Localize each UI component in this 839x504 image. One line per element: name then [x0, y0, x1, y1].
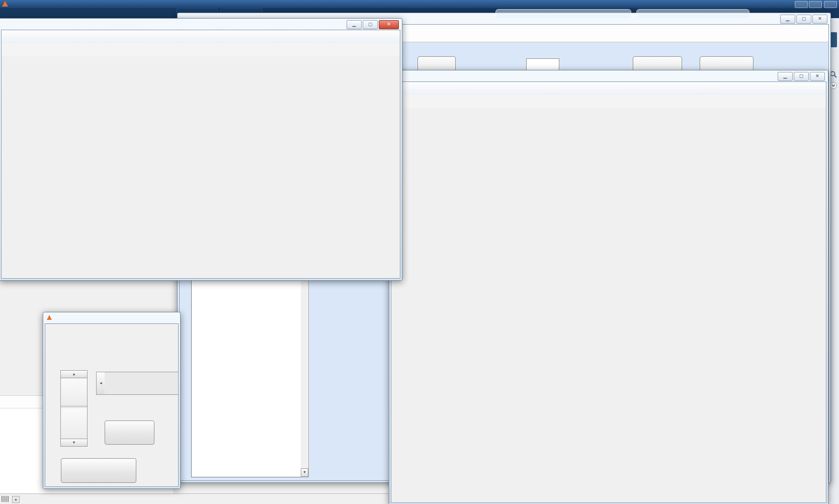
interferogram-image [423, 135, 776, 486]
figure3-window: ▁ ▢ ✕ [389, 70, 828, 504]
main-maximize-button[interactable] [809, 1, 822, 8]
gui-maximize-button[interactable]: ▢ [796, 15, 811, 24]
status-bars-icon[interactable] [2, 496, 9, 502]
listbox[interactable] [191, 259, 302, 477]
y-slider-track-lower[interactable] [61, 407, 87, 439]
scrollbar-down-icon[interactable]: ▼ [301, 468, 308, 477]
figure2-close-button[interactable]: ✕ [379, 20, 399, 29]
slider-titlebar[interactable] [43, 312, 180, 323]
figure2-maximize-button[interactable]: ▢ [363, 20, 378, 29]
slider-client: ▲ ▼ ◄ [45, 323, 179, 487]
figure2-titlebar[interactable]: ▁ ▢ ✕ [0, 19, 402, 30]
x-slider[interactable]: ◄ [96, 372, 179, 395]
gui-minimize-button[interactable]: ▁ [780, 15, 795, 24]
x-slider-track[interactable] [105, 372, 179, 395]
matlab-logo-icon [2, 1, 8, 7]
line-scan-and-fitting-plots [2, 56, 400, 278]
figure3-menubar [391, 82, 826, 96]
main-minimize-button[interactable] [795, 1, 808, 8]
figure3-titlebar[interactable]: ▁ ▢ ✕ [389, 70, 828, 81]
matlab-desktop: ▲ ▁ ▢ ✕ [0, 0, 839, 504]
figure2-window: ▁ ▢ ✕ [0, 18, 402, 281]
slider-up-icon[interactable]: ▲ [61, 371, 87, 378]
y-slider-track-upper[interactable] [61, 378, 87, 406]
auto-linescan-button[interactable] [61, 458, 136, 483]
gui-close-button[interactable]: ✕ [812, 15, 827, 24]
figure2-minimize-button[interactable]: ▁ [347, 20, 362, 29]
matlab-figure-icon [47, 315, 52, 320]
figure3-client [391, 81, 826, 503]
main-titlebar [0, 0, 839, 8]
listbox-scrollbar[interactable]: ▼ [301, 259, 309, 477]
figure2-menubar [2, 30, 400, 44]
y-slider[interactable]: ▲ ▼ [60, 370, 88, 447]
figure2-client [1, 30, 400, 279]
figure3-minimize-button[interactable]: ▁ [778, 72, 793, 81]
interval-grenze-button[interactable] [105, 421, 154, 445]
figure2-toolbar [2, 43, 400, 57]
figure3-axes-area [391, 108, 826, 502]
slider-window: ▲ ▼ ◄ [43, 312, 181, 489]
status-expand-icon[interactable]: ▲ [12, 496, 20, 503]
figure3-maximize-button[interactable]: ▢ [794, 72, 809, 81]
figure3-close-button[interactable]: ✕ [810, 72, 825, 81]
main-close-button[interactable] [824, 1, 837, 8]
figure3-toolbar [391, 95, 826, 109]
ref-shift-input[interactable] [526, 58, 559, 70]
slider-down-icon[interactable]: ▼ [61, 439, 87, 446]
